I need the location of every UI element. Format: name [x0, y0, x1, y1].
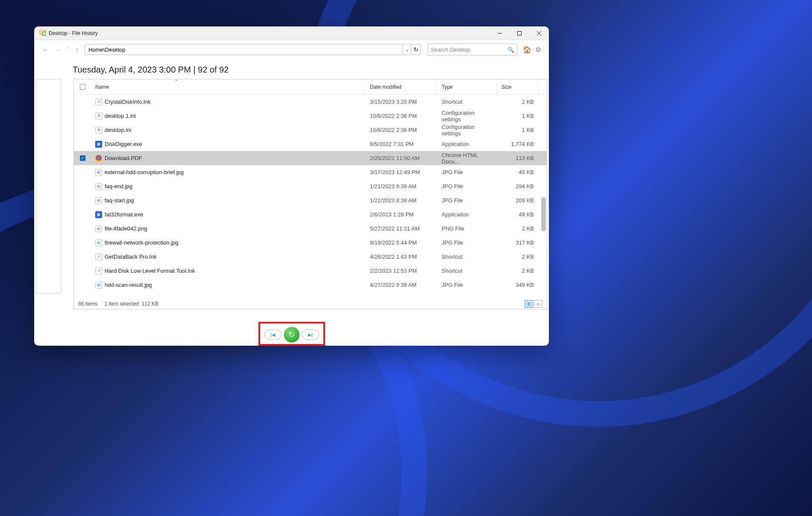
file-type: JPG File — [437, 239, 497, 246]
file-size: 45 KB — [497, 169, 538, 175]
search-box[interactable]: Search Desktop 🔍 — [428, 44, 517, 55]
titlebar[interactable]: Desktop - File History — [34, 26, 549, 40]
file-date: 4/26/2022 1:43 PM — [366, 254, 437, 260]
file-size: 1 KB — [497, 127, 538, 133]
file-icon — [95, 282, 102, 289]
file-name: hdd-scan-result.jpg — [105, 282, 152, 288]
column-header-name[interactable]: Name — [91, 79, 366, 94]
file-name: CrystalDiskInfo.lnk — [105, 99, 151, 105]
file-type: JPG File — [437, 197, 497, 204]
forward-button[interactable]: → — [53, 44, 63, 55]
file-name: external-hdd-corruption-brief.jpg — [105, 169, 184, 175]
file-size: 2 KB — [497, 254, 538, 260]
table-row[interactable]: DiskDigger.exe6/5/2022 7:31 PMApplicatio… — [74, 137, 547, 151]
file-name: desktop 1.ini — [105, 113, 136, 119]
file-type: PNG File — [437, 225, 497, 232]
table-row[interactable]: file.4fade042.png5/27/2022 11:31 AMPNG F… — [74, 222, 547, 236]
svg-rect-3 — [518, 31, 522, 35]
file-date: 2/25/2022 11:50 AM — [366, 155, 437, 161]
file-name: DiskDigger.exe — [105, 141, 142, 147]
file-date: 3/17/2023 12:49 PM — [366, 169, 437, 175]
app-icon — [39, 29, 46, 37]
file-history-window: Desktop - File History ← → ˇ ↑ ⌄ ↻ Searc… — [34, 26, 549, 346]
table-row[interactable]: ✓Download.PDF2/25/2022 11:50 AMChrome HT… — [74, 151, 547, 165]
refresh-button[interactable]: ↻ — [411, 44, 421, 55]
select-all-checkbox[interactable] — [80, 84, 85, 90]
toolbar: ← → ˇ ↑ ⌄ ↻ Search Desktop 🔍 🏠 ⚙ — [34, 40, 549, 59]
table-row[interactable]: desktop 1.ini10/6/2022 2:36 PMConfigurat… — [74, 109, 547, 123]
table-row[interactable]: external-hdd-corruption-brief.jpg3/17/20… — [74, 165, 547, 179]
back-button[interactable]: ← — [40, 44, 50, 55]
file-size: 2 KB — [497, 99, 538, 105]
file-icon — [95, 155, 102, 162]
close-button[interactable] — [529, 26, 549, 40]
address-bar-group: ⌄ ↻ — [85, 44, 421, 55]
table-row[interactable]: fat32format.exe2/6/2023 1:26 PMApplicati… — [74, 207, 547, 222]
table-row[interactable]: faq-start.jpg1/21/2023 8:39 AMJPG File20… — [74, 193, 547, 207]
list-header: ⌃ Name Date modified Type Size — [74, 79, 547, 95]
column-header-date[interactable]: Date modified — [366, 79, 437, 94]
file-icon — [95, 197, 102, 204]
table-row[interactable]: firewall-network-protection.jpg9/19/2022… — [74, 236, 547, 250]
file-size: 349 KB — [497, 282, 538, 288]
file-date: 2/2/2023 12:53 PM — [366, 268, 437, 274]
file-icon — [95, 183, 102, 190]
table-row[interactable]: faq-end.jpg1/21/2023 8:39 AMJPG File294 … — [74, 179, 547, 193]
home-button[interactable]: 🏠 — [522, 45, 532, 54]
file-rows: CrystalDiskInfo.lnk3/15/2023 3:20 PMShor… — [74, 95, 547, 299]
file-type: JPG File — [437, 183, 497, 189]
search-icon[interactable]: 🔍 — [507, 47, 514, 53]
address-dropdown[interactable]: ⌄ — [403, 44, 411, 55]
file-name: faq-end.jpg — [105, 183, 132, 189]
scrollbar-thumb[interactable] — [541, 197, 546, 231]
up-button[interactable]: ↑ — [72, 44, 82, 55]
column-header-size[interactable]: Size — [497, 79, 538, 94]
view-details-button[interactable]: ☰ — [525, 300, 533, 308]
file-type: Shortcut — [437, 99, 497, 105]
status-selected-size: 112 KB — [142, 301, 158, 307]
file-type: Configuration settings — [437, 110, 497, 122]
restore-button[interactable]: ↻ — [284, 327, 299, 342]
settings-button[interactable]: ⚙ — [534, 45, 543, 54]
file-date: 10/6/2022 2:36 PM — [366, 127, 437, 133]
view-thumbnails-button[interactable]: ▭ — [534, 300, 542, 308]
snapshot-heading: Tuesday, April 4, 2023 3:00 PM | 92 of 9… — [34, 59, 549, 79]
file-name: Hard Disk Low Level Format Tool.lnk — [105, 268, 195, 274]
file-name: firewall-network-protection.jpg — [105, 239, 179, 246]
file-icon — [95, 268, 102, 274]
next-version-button[interactable]: ▶| — [302, 329, 319, 340]
file-type: Application — [437, 211, 497, 218]
file-name: Download.PDF — [105, 155, 142, 161]
table-row[interactable]: GetDataBack Pro.lnk4/26/2022 1:43 PMShor… — [74, 250, 547, 264]
file-icon — [95, 254, 102, 260]
file-type: Shortcut — [437, 268, 497, 274]
previous-version-button[interactable]: |◀ — [264, 329, 281, 340]
maximize-button[interactable] — [510, 26, 529, 40]
address-bar[interactable] — [85, 44, 403, 55]
column-header-type[interactable]: Type — [437, 79, 497, 94]
file-date: 4/27/2022 9:38 AM — [366, 282, 437, 288]
file-icon — [95, 211, 102, 218]
status-bar: 86 items 1 item selected 112 KB ☰ ▭ — [74, 299, 547, 309]
table-row[interactable]: CrystalDiskInfo.lnk3/15/2023 3:20 PMShor… — [74, 95, 547, 109]
search-placeholder: Search Desktop — [431, 47, 470, 53]
file-size: 2 KB — [497, 268, 538, 274]
table-row[interactable]: hdd-scan-result.jpg4/27/2022 9:38 AMJPG … — [74, 278, 547, 292]
file-name: faq-start.jpg — [105, 197, 134, 204]
window-title: Desktop - File History — [49, 30, 98, 36]
file-icon — [95, 169, 102, 176]
sort-indicator-icon: ⌃ — [175, 79, 178, 84]
file-list: ⌃ Name Date modified Type Size CrystalDi… — [73, 79, 547, 309]
file-name: file.4fade042.png — [105, 225, 147, 232]
file-type: Application — [437, 141, 497, 147]
table-row[interactable]: Hard Disk Low Level Format Tool.lnk2/2/2… — [74, 264, 547, 278]
row-checkbox[interactable]: ✓ — [80, 155, 85, 161]
minimize-button[interactable] — [490, 26, 510, 40]
file-type: Shortcut — [437, 254, 497, 260]
file-date: 10/6/2022 2:36 PM — [366, 113, 437, 119]
file-date: 3/15/2023 3:20 PM — [366, 99, 437, 105]
file-date: 6/5/2022 7:31 PM — [366, 141, 437, 147]
table-row[interactable]: desktop.ini10/6/2022 2:36 PMConfiguratio… — [74, 123, 547, 137]
file-size: 113 KB — [497, 155, 538, 161]
file-size: 1 KB — [497, 113, 538, 119]
